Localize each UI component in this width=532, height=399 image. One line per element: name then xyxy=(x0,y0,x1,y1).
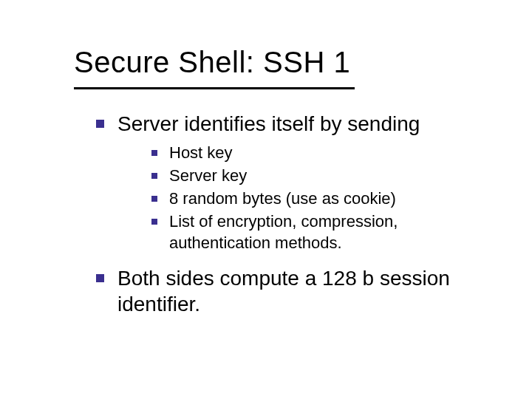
bullet-level2: List of encryption, compression, authent… xyxy=(151,211,488,253)
square-bullet-icon xyxy=(151,173,157,179)
bullet-text: Host key xyxy=(169,143,233,163)
slide: Secure Shell: SSH 1 Server identifies it… xyxy=(0,0,532,399)
bullet-text: List of encryption, compression, authent… xyxy=(169,211,487,253)
square-bullet-icon xyxy=(151,196,157,202)
square-bullet-icon xyxy=(151,150,157,156)
square-bullet-icon xyxy=(151,219,157,225)
bullet-text: Server key xyxy=(169,166,247,186)
square-bullet-icon xyxy=(96,120,104,128)
title-underline xyxy=(74,87,355,89)
bullet-level1: Both sides compute a 128 b session ident… xyxy=(96,265,488,317)
bullet-level2: Host key xyxy=(151,143,488,163)
slide-content: Server identifies itself by sending Host… xyxy=(74,111,488,323)
bullet-level2: 8 random bytes (use as cookie) xyxy=(151,188,488,209)
sub-bullet-group: Host key Server key 8 random bytes (use … xyxy=(151,143,488,253)
bullet-text: Both sides compute a 128 b session ident… xyxy=(117,265,488,317)
bullet-level1: Server identifies itself by sending xyxy=(96,111,488,137)
bullet-text: Server identifies itself by sending xyxy=(117,111,420,137)
bullet-text: 8 random bytes (use as cookie) xyxy=(169,188,396,209)
slide-title: Secure Shell: SSH 1 xyxy=(74,46,350,79)
square-bullet-icon xyxy=(96,274,104,282)
bullet-level2: Server key xyxy=(151,166,488,186)
